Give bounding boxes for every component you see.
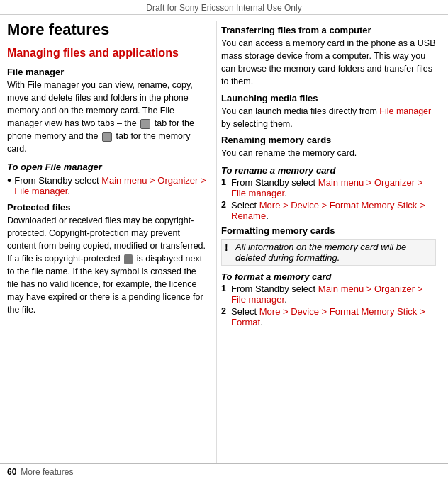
- file-manager-body: With File manager you can view, rename, …: [7, 79, 209, 156]
- transfer-heading: Transferring files from a computer: [221, 25, 436, 35]
- rename-step2-body: Select: [231, 200, 257, 210]
- rename-step1-num: 1: [221, 177, 228, 187]
- format-step2-end: .: [260, 317, 263, 327]
- page-title: More features: [7, 21, 209, 39]
- launch-link: File manager: [379, 106, 431, 116]
- format-step1-body: From Standby select: [231, 283, 315, 294]
- open-end: .: [67, 186, 70, 196]
- draft-label: Draft for Sony Ericsson Internal Use Onl…: [146, 3, 301, 13]
- launch-text1: You can launch media files directly from: [221, 106, 377, 116]
- left-column: More features Managing files and applica…: [7, 21, 216, 463]
- formatting-section: Formatting memory cards ! All informatio…: [221, 225, 436, 266]
- launch-body: You can launch media files directly from…: [221, 105, 436, 130]
- footer-label: More features: [21, 467, 73, 477]
- transfer-section: Transferring files from a computer You c…: [221, 25, 436, 89]
- rename-proc-heading: To rename a memory card: [221, 165, 436, 176]
- format-step2-body: Select: [231, 306, 257, 317]
- managing-files-heading: Managing files and applications: [7, 46, 209, 61]
- open-file-manager-heading: To open File manager: [7, 162, 209, 172]
- bullet-dot: •: [7, 174, 11, 188]
- protected-files-heading: Protected files: [7, 202, 209, 213]
- launch-text2: by selecting them.: [221, 119, 293, 129]
- rename-step1-body: From Standby select: [231, 177, 315, 188]
- format-proc-section: To format a memory card 1 From Standby s…: [221, 271, 436, 327]
- format-proc-heading: To format a memory card: [221, 271, 436, 282]
- rename-step2-link: More > Device > Format Memory Stick > Re…: [231, 200, 425, 221]
- draft-header: Draft for Sony Ericsson Internal Use Onl…: [0, 0, 448, 15]
- format-step2-text: Select More > Device > Format Memory Sti…: [231, 306, 436, 327]
- rename-body: You can rename the memory card.: [221, 147, 436, 159]
- copyright-icon: [124, 254, 133, 264]
- protected-files-body: Downloaded or received files may be copy…: [7, 214, 209, 317]
- right-column: Transferring files from a computer You c…: [216, 21, 436, 463]
- rename-step2-num: 2: [221, 200, 228, 210]
- rename-step1-text: From Standby select Main menu > Organize…: [231, 177, 436, 198]
- rename-heading: Renaming memory cards: [221, 135, 436, 145]
- rename-step1: 1 From Standby select Main menu > Organi…: [221, 177, 436, 198]
- launch-section: Launching media files You can launch med…: [221, 93, 436, 130]
- format-heading: Formatting memory cards: [221, 225, 436, 236]
- format-step1: 1 From Standby select Main menu > Organi…: [221, 283, 436, 305]
- rename-step2-end: .: [266, 210, 269, 221]
- launch-heading: Launching media files: [221, 93, 436, 103]
- format-step1-end: .: [284, 294, 287, 305]
- footer-bar: 60 More features: [0, 463, 448, 480]
- transfer-body: You can access a memory card in the phon…: [221, 37, 436, 89]
- open-file-manager-text: From Standby select Main menu > Organize…: [14, 175, 209, 196]
- rename-step1-end: .: [284, 188, 287, 198]
- file-manager-heading: File manager: [7, 67, 209, 77]
- warning-text: All information on the memory card will …: [235, 242, 432, 263]
- phone-memory-icon: [140, 119, 150, 129]
- rename-proc-section: To rename a memory card 1 From Standby s…: [221, 165, 436, 221]
- format-step2: 2 Select More > Device > Format Memory S…: [221, 306, 436, 327]
- page-number: 60: [7, 467, 16, 477]
- format-step1-num: 1: [221, 283, 228, 293]
- open-file-manager-bullet: • From Standby select Main menu > Organi…: [7, 175, 209, 196]
- open-text: From Standby select: [14, 175, 99, 186]
- rename-step2-text: Select More > Device > Format Memory Sti…: [231, 200, 436, 221]
- exclamation-icon: !: [225, 242, 232, 253]
- format-step1-text: From Standby select Main menu > Organize…: [231, 283, 436, 305]
- memory-card-icon: [102, 132, 112, 142]
- rename-section: Renaming memory cards You can rename the…: [221, 135, 436, 159]
- warning-block: ! All information on the memory card wil…: [221, 239, 436, 266]
- rename-step2: 2 Select More > Device > Format Memory S…: [221, 200, 436, 221]
- format-step2-num: 2: [221, 306, 228, 316]
